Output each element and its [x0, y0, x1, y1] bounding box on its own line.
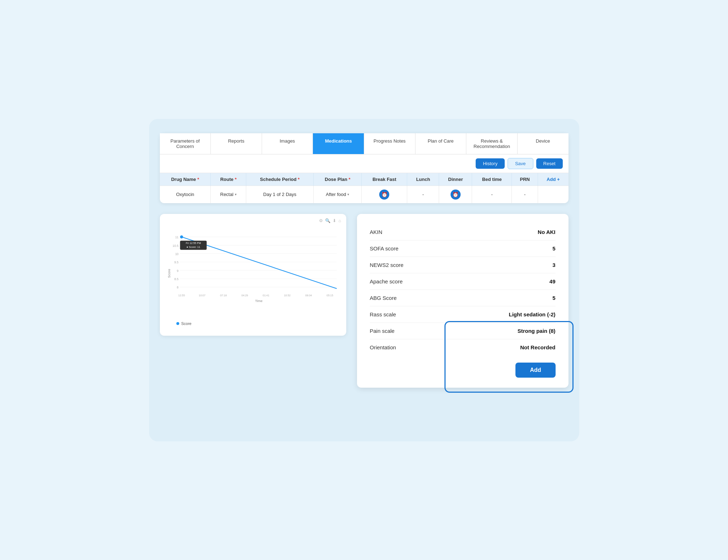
- chart-zoom-icon[interactable]: 🔍: [325, 218, 330, 223]
- required-star-2: *: [235, 177, 237, 182]
- svg-text:11: 11: [175, 235, 179, 239]
- bottom-section: ⚙ 🔍 ⬇ ⌂ Score 11 10.5 10 9.5 9 8.5 8: [160, 214, 568, 388]
- abg-label: ABG Score: [370, 295, 397, 301]
- medication-table: Drug Name * Route * Schedule Period * Do…: [160, 173, 568, 203]
- cell-prn: -: [512, 186, 538, 203]
- chart-card: ⚙ 🔍 ⬇ ⌂ Score 11 10.5 10 9.5 9 8.5 8: [160, 214, 346, 336]
- save-button[interactable]: Save: [508, 158, 533, 169]
- abg-value: 5: [552, 295, 555, 301]
- top-card: Parameters of Concern Reports Images Med…: [160, 133, 568, 203]
- col-schedule-period: Schedule Period *: [246, 173, 313, 186]
- svg-text:01:41: 01:41: [262, 293, 269, 297]
- cell-schedule-period: Day 1 of 2 Days: [246, 186, 313, 203]
- history-button[interactable]: History: [476, 158, 504, 169]
- svg-text:10:07: 10:07: [199, 293, 205, 297]
- tab-reports[interactable]: Reports: [211, 133, 262, 154]
- col-drug-name: Drug Name *: [160, 173, 211, 186]
- cell-lunch: -: [407, 186, 439, 203]
- col-add[interactable]: Add +: [538, 173, 568, 186]
- pain-value: Strong pain (8): [518, 328, 556, 334]
- svg-text:Fri 12:55 PM: Fri 12:55 PM: [186, 241, 201, 245]
- tab-parameters[interactable]: Parameters of Concern: [160, 133, 211, 154]
- table-header-row: Drug Name * Route * Schedule Period * Do…: [160, 173, 568, 186]
- actions-row: History Save Reset: [160, 154, 568, 173]
- outer-container: Parameters of Concern Reports Images Med…: [149, 119, 579, 441]
- add-medication-button[interactable]: Add +: [547, 177, 560, 182]
- svg-text:Score: Score: [167, 269, 171, 278]
- svg-point-15: [180, 235, 183, 238]
- news2-label: NEWS2 score: [370, 262, 404, 268]
- col-bedtime: Bed time: [472, 173, 512, 186]
- score-row-news2: NEWS2 score 3: [370, 257, 556, 273]
- tab-device[interactable]: Device: [518, 133, 568, 154]
- svg-text:08:04: 08:04: [305, 293, 312, 297]
- chart-area: Score 11 10.5 10 9.5 9 8.5 8: [166, 227, 341, 320]
- news2-value: 3: [552, 262, 555, 268]
- score-row-sofa: SOFA score 5: [370, 240, 556, 257]
- svg-text:9.5: 9.5: [174, 260, 179, 264]
- akin-value: No AKI: [538, 229, 555, 235]
- svg-text:● Score: 11: ● Score: 11: [186, 245, 200, 248]
- dinner-clock-icon[interactable]: ⏰: [451, 190, 461, 200]
- score-row-rass: Rass scale Light sedation (-2): [370, 306, 556, 323]
- cell-route: Rectal ▾: [211, 186, 246, 203]
- tabs-row: Parameters of Concern Reports Images Med…: [160, 133, 568, 154]
- score-row-orientation: Orientation Not Recorded: [370, 339, 556, 355]
- rass-value: Light sedation (-2): [509, 311, 556, 317]
- svg-text:8: 8: [177, 286, 179, 289]
- tab-progress-notes[interactable]: Progress Notes: [364, 133, 415, 154]
- score-row-apache: Apache score 49: [370, 273, 556, 290]
- svg-text:8.5: 8.5: [174, 277, 179, 281]
- route-chevron-icon[interactable]: ▾: [235, 192, 237, 196]
- chart-home-icon[interactable]: ⌂: [338, 218, 341, 223]
- rass-label: Rass scale: [370, 311, 396, 317]
- orientation-value: Not Recorded: [520, 344, 555, 350]
- svg-text:10: 10: [175, 252, 179, 256]
- col-dinner: Dinner: [439, 173, 472, 186]
- apache-label: Apache score: [370, 278, 403, 284]
- pain-label: Pain scale: [370, 328, 395, 334]
- svg-text:12:55: 12:55: [178, 293, 185, 297]
- col-dose-plan: Dose Plan *: [314, 173, 362, 186]
- chart-settings-icon[interactable]: ⚙: [319, 218, 323, 223]
- score-row-pain: Pain scale Strong pain (8): [370, 323, 556, 339]
- svg-text:05:15: 05:15: [327, 293, 333, 297]
- sofa-label: SOFA score: [370, 245, 399, 252]
- required-star: *: [197, 177, 199, 182]
- dose-plan-chevron-icon[interactable]: ▾: [347, 192, 349, 196]
- reset-button[interactable]: Reset: [536, 158, 563, 169]
- svg-text:10.5: 10.5: [172, 244, 179, 247]
- score-row-akin: AKIN No AKI: [370, 224, 556, 240]
- svg-text:07:18: 07:18: [220, 293, 227, 297]
- chart-toolbar: ⚙ 🔍 ⬇ ⌂: [319, 218, 341, 223]
- cell-actions: [538, 186, 568, 203]
- orientation-label: Orientation: [370, 344, 396, 350]
- cell-dose-plan: After food ▾: [314, 186, 362, 203]
- sofa-value: 5: [552, 245, 555, 252]
- add-score-button[interactable]: Add: [515, 363, 555, 378]
- tab-reviews[interactable]: Reviews & Recommendation: [466, 133, 518, 154]
- col-breakfast: Break Fast: [362, 173, 407, 186]
- akin-label: AKIN: [370, 229, 382, 235]
- legend-label: Score: [181, 321, 192, 326]
- chart-download-icon[interactable]: ⬇: [333, 218, 336, 223]
- score-chart-svg: Score 11 10.5 10 9.5 9 8.5 8: [166, 227, 341, 320]
- tab-medications[interactable]: Medications: [313, 133, 364, 154]
- chart-legend: Score: [166, 321, 341, 326]
- cell-breakfast[interactable]: ⏰: [362, 186, 407, 203]
- cell-dinner[interactable]: ⏰: [439, 186, 472, 203]
- col-lunch: Lunch: [407, 173, 439, 186]
- legend-dot: [176, 322, 179, 325]
- cell-drug-name: Oxytocin: [160, 186, 211, 203]
- svg-text:10:52: 10:52: [284, 293, 291, 297]
- col-prn: PRN: [512, 173, 538, 186]
- table-row: Oxytocin Rectal ▾ Day 1 of 2 Days After …: [160, 186, 568, 203]
- score-row-abg: ABG Score 5: [370, 290, 556, 306]
- required-star-4: *: [349, 177, 351, 182]
- svg-text:Time: Time: [255, 298, 262, 302]
- tab-images[interactable]: Images: [262, 133, 313, 154]
- apache-value: 49: [549, 278, 556, 284]
- breakfast-clock-icon[interactable]: ⏰: [379, 190, 389, 200]
- col-route: Route *: [211, 173, 246, 186]
- tab-plan-of-care[interactable]: Plan of Care: [415, 133, 467, 154]
